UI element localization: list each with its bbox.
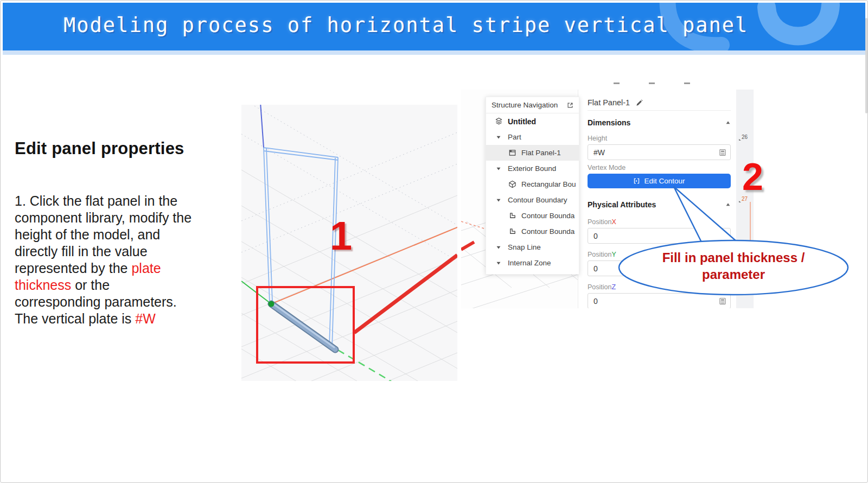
tree-item-contour-boundary[interactable]: Contour Boundary (486, 192, 579, 208)
calculator-icon[interactable] (718, 297, 727, 306)
chevron-down-icon[interactable] (496, 198, 501, 203)
contour-icon[interactable] (508, 212, 516, 220)
body-text: 1. Click the flat panel in the component… (15, 193, 192, 276)
physical-attributes-section-header: Physical Attributes (588, 198, 731, 211)
intro-paragraph: 1. Click the flat panel in the component… (15, 193, 199, 327)
position-field-value: 0 (593, 297, 598, 306)
highlighted-text: #W (135, 311, 156, 326)
cropped-text-remnant (649, 82, 655, 84)
page-title: Modeling process of horizontal stripe ve… (63, 14, 748, 37)
bubble-line-2: parameter (625, 266, 842, 283)
tree-item-rectangular-bou[interactable]: Rectangular Bou (486, 176, 579, 192)
chevron-down-icon[interactable] (496, 166, 501, 171)
collapse-icon[interactable] (725, 120, 731, 125)
bubble-line-1: Fill in panel thickness / (625, 249, 842, 266)
tree-item-snap-line[interactable]: Snap Line (486, 239, 579, 255)
contour-icon[interactable] (508, 227, 516, 236)
calculator-icon[interactable] (718, 148, 727, 157)
tree-item-label: Exterior Bound (508, 164, 556, 173)
position-x-field: PositionX 0 (588, 218, 731, 244)
revision-line (750, 202, 751, 241)
popout-icon[interactable] (566, 101, 574, 109)
tree-item-label: Rectangular Bou (521, 180, 576, 188)
chevron-down-icon[interactable] (496, 260, 501, 266)
flat-panel-icon[interactable] (508, 149, 516, 157)
tree-item-label: Untitled (508, 117, 536, 126)
structure-tree: Untitled Part Flat Panel-1 Exterior Boun… (486, 113, 579, 271)
position-field-value: 0 (593, 264, 598, 273)
tree-item-label: Contour Bounda (521, 227, 575, 236)
cube-icon[interactable] (508, 180, 516, 188)
dimensions-title: Dimensions (588, 118, 630, 127)
structure-navigation-title: Structure Navigation (492, 101, 558, 109)
rename-pencil-icon[interactable] (635, 99, 643, 107)
section-heading: Edit panel properties (15, 139, 184, 158)
tree-item-label: Contour Boundary (508, 196, 567, 204)
object-name: Flat Panel-1 (588, 98, 630, 107)
object-name-row: Flat Panel-1 (588, 90, 731, 111)
edit-contour-icon (633, 177, 640, 185)
cropped-text-remnant (614, 82, 620, 84)
vertex-mode-label: Vertex Mode (588, 164, 731, 172)
structure-navigation-header: Structure Navigation (486, 97, 579, 113)
position-field-label: PositionX (588, 218, 731, 227)
tree-item-exterior-bound[interactable]: Exterior Bound (486, 161, 579, 176)
title-bar: Modeling process of horizontal stripe ve… (3, 3, 865, 50)
margin-mark-26: 26 (742, 134, 748, 140)
z-axis-blue (260, 105, 264, 148)
position-field-input[interactable]: 0 (588, 228, 731, 244)
tree-item-flat-panel-1[interactable]: Flat Panel-1 (486, 145, 579, 161)
tree-item-contour-bounda[interactable]: Contour Bounda (486, 208, 579, 224)
step-1-marker: 1 (330, 213, 352, 259)
y-axis-green-dashed (338, 350, 396, 381)
origin-point (269, 301, 275, 307)
plate-bar (270, 302, 335, 349)
tree-item-internal-zone[interactable]: Internal Zone (486, 255, 579, 271)
tree-item-label: Internal Zone (508, 259, 551, 267)
dimensions-section-header: Dimensions (588, 116, 731, 129)
step-2-marker: 2 (742, 155, 763, 199)
position-field-input[interactable]: 0 (588, 293, 731, 308)
header-accent-strip (3, 50, 865, 55)
height-label: Height (588, 135, 731, 143)
position-field-label: PositionZ (588, 283, 731, 292)
cropped-text-remnant (684, 82, 690, 84)
physical-attributes-title: Physical Attributes (588, 200, 656, 209)
edit-contour-label: Edit Contour (644, 177, 685, 185)
mini-red-axis (461, 242, 474, 250)
collapse-icon[interactable] (725, 202, 731, 207)
position-field-value: 0 (593, 232, 598, 240)
tree-item-label: Flat Panel-1 (521, 149, 561, 157)
chevron-down-icon[interactable] (496, 245, 501, 250)
height-value: #W (593, 148, 605, 157)
tree-item-part[interactable]: Part (486, 129, 579, 145)
chevron-down-icon[interactable] (496, 135, 501, 140)
panel-wireframe (264, 148, 338, 348)
tree-item-untitled[interactable]: Untitled (486, 113, 579, 129)
tree-scrollbar[interactable] (865, 18, 867, 113)
x-axis-orange (271, 227, 457, 304)
structure-navigation-panel: Structure Navigation Untitled Part Flat … (486, 97, 579, 275)
position-z-field: PositionZ 0 (588, 283, 731, 308)
edit-contour-button[interactable]: Edit Contour (588, 174, 731, 188)
tree-item-label: Contour Bounda (521, 212, 575, 220)
tree-item-label: Part (508, 133, 521, 141)
height-input[interactable]: #W (588, 144, 731, 160)
tree-item-label: Snap Line (508, 243, 541, 251)
tree-item-contour-bounda[interactable]: Contour Bounda (486, 224, 579, 239)
callout-bubble-text: Fill in panel thickness / parameter (625, 249, 842, 283)
layers-icon[interactable] (495, 117, 503, 125)
